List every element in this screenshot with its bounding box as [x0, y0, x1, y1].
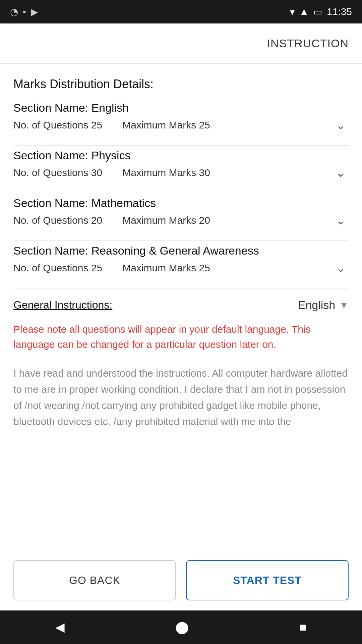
header: INSTRUCTION: [0, 23, 362, 64]
section-name-reasoning: Section Name: Reasoning & General Awaren…: [13, 244, 349, 257]
num-questions-reasoning: No. of Questions 25: [13, 262, 102, 274]
section-details-reasoning: No. of Questions 25 Maximum Marks 25 ⌄: [13, 261, 349, 275]
chevron-down-icon-reasoning[interactable]: ⌄: [336, 261, 345, 275]
signal-icon: ▲: [299, 6, 309, 17]
divider-2: [13, 193, 349, 193]
battery-icon: ▭: [313, 6, 322, 17]
section-details-left-mathematics: No. of Questions 20 Maximum Marks 20: [13, 215, 210, 226]
wifi-icon: ▾: [290, 6, 295, 17]
section-block-mathematics: Section Name: Mathematics No. of Questio…: [13, 197, 349, 230]
play-icon: ▶: [31, 6, 38, 17]
num-questions-mathematics: No. of Questions 20: [13, 215, 102, 226]
status-right-icons: ▾ ▲ ▭ 11:35: [290, 6, 352, 17]
section-details-left-physics: No. of Questions 30 Maximum Marks 30: [13, 167, 210, 178]
num-questions-physics: No. of Questions 30: [13, 167, 102, 178]
general-instructions-row: General Instructions: English ▼: [13, 299, 349, 312]
nav-back-icon[interactable]: ◀: [55, 620, 65, 634]
max-marks-physics: Maximum Marks 30: [122, 167, 210, 178]
declaration-text: I have read and understood the instructi…: [13, 365, 349, 430]
status-bar: ◔ ▪ ▶ ▾ ▲ ▭ 11:35: [0, 0, 362, 23]
section-block-physics: Section Name: Physics No. of Questions 3…: [13, 149, 349, 183]
navigation-bar: ◀ ⬤ ■: [0, 610, 362, 644]
max-marks-mathematics: Maximum Marks 20: [122, 215, 210, 226]
max-marks-english: Maximum Marks 25: [122, 119, 210, 131]
language-note-text: Please note all questions will appear in…: [13, 322, 349, 352]
language-dropdown-arrow-icon: ▼: [339, 300, 349, 311]
num-questions-english: No. of Questions 25: [13, 119, 102, 131]
section-name-physics: Section Name: Physics: [13, 149, 349, 162]
chevron-down-icon-physics[interactable]: ⌄: [336, 166, 345, 179]
section-details-left-reasoning: No. of Questions 25 Maximum Marks 25: [13, 262, 210, 274]
start-test-button[interactable]: START TEST: [186, 560, 349, 600]
divider-4: [13, 288, 349, 288]
storage-icon: ▪: [23, 6, 26, 17]
divider-1: [13, 145, 349, 146]
section-block-english: Section Name: English No. of Questions 2…: [13, 101, 349, 135]
section-details-left-english: No. of Questions 25 Maximum Marks 25: [13, 119, 210, 131]
general-instructions-label: General Instructions:: [13, 299, 112, 311]
section-details-mathematics: No. of Questions 20 Maximum Marks 20 ⌄: [13, 214, 349, 227]
status-left-icons: ◔ ▪ ▶: [10, 6, 38, 17]
nav-recent-icon[interactable]: ■: [299, 620, 307, 634]
max-marks-reasoning: Maximum Marks 25: [122, 262, 210, 274]
divider-3: [13, 240, 349, 241]
chevron-down-icon-english[interactable]: ⌄: [336, 118, 345, 132]
marks-distribution-section: Marks Distribution Details: Section Name…: [13, 77, 349, 278]
notification-icon: ◔: [10, 6, 18, 17]
header-title: INSTRUCTION: [267, 37, 349, 50]
section-name-mathematics: Section Name: Mathematics: [13, 197, 349, 210]
section-name-english: Section Name: English: [13, 101, 349, 114]
nav-home-icon[interactable]: ⬤: [175, 620, 189, 634]
language-selector-button[interactable]: English ▼: [298, 299, 349, 312]
section-block-reasoning: Section Name: Reasoning & General Awaren…: [13, 244, 349, 278]
go-back-button[interactable]: GO BACK: [13, 560, 176, 600]
marks-distribution-heading: Marks Distribution Details:: [13, 77, 349, 91]
bottom-buttons: GO BACK START TEST: [0, 550, 362, 610]
time-display: 11:35: [327, 6, 352, 17]
section-details-physics: No. of Questions 30 Maximum Marks 30 ⌄: [13, 166, 349, 179]
language-text: English: [298, 299, 336, 312]
chevron-down-icon-mathematics[interactable]: ⌄: [336, 214, 345, 227]
section-details-english: No. of Questions 25 Maximum Marks 25 ⌄: [13, 118, 349, 132]
main-content: Marks Distribution Details: Section Name…: [0, 64, 362, 550]
